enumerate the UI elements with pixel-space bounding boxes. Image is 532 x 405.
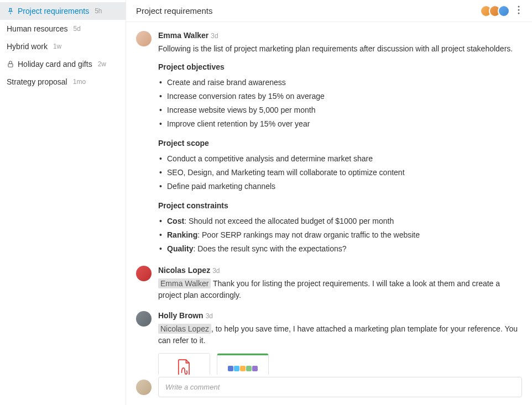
- sidebar-item-time: 5d: [74, 25, 81, 33]
- avatar[interactable]: [136, 380, 152, 395]
- avatar[interactable]: [136, 311, 152, 327]
- comment-input[interactable]: [158, 377, 522, 397]
- mention[interactable]: Nicolas Lopez: [158, 324, 211, 334]
- attachment-thumb: [159, 354, 210, 375]
- svg-point-3: [518, 13, 520, 14]
- sidebar-item-holiday-card[interactable]: Holiday card and gifts 2w: [0, 55, 126, 73]
- sidebar-item-time: 2w: [98, 60, 106, 68]
- avatar: [498, 5, 510, 17]
- main-panel: Project requirements Emma Walker 3d Foll…: [126, 0, 532, 405]
- svg-rect-0: [8, 64, 13, 67]
- list-item: Increase conversion rates by 15% on aver…: [167, 90, 522, 103]
- comment-row: [126, 377, 532, 405]
- sidebar-item-label: Human resources: [7, 24, 68, 33]
- hexagon-graphic-icon: [228, 366, 258, 371]
- sidebar-item-time: 1mo: [73, 78, 86, 86]
- participant-avatars[interactable]: [483, 5, 510, 17]
- sidebar: Project requirements 5h Human resources …: [0, 0, 126, 405]
- constraints-list: Cost: Should not exceed the allocated bu…: [158, 214, 522, 256]
- header: Project requirements: [126, 0, 532, 22]
- sidebar-item-human-resources[interactable]: Human resources 5d: [0, 20, 126, 38]
- post-author[interactable]: Nicolas Lopez: [158, 266, 210, 275]
- post: Holly Brown 3d Nicolas Lopez, to help yo…: [136, 311, 522, 375]
- objectives-list: Create and raise brand awareness Increas…: [158, 76, 522, 131]
- sidebar-item-label: Strategy proposal: [7, 77, 67, 86]
- attachments: Marketing-plan... Proof this file 2h: [158, 353, 522, 375]
- header-right: [483, 3, 522, 18]
- lock-icon: [7, 60, 14, 68]
- post-time: 3d: [206, 312, 213, 320]
- avatar[interactable]: [136, 31, 152, 46]
- svg-point-2: [518, 9, 520, 11]
- post-text: Following is the list of project marketi…: [158, 43, 522, 55]
- pin-icon: [7, 7, 14, 15]
- mention[interactable]: Emma Walker: [158, 278, 211, 288]
- list-item: Define paid marketing channels: [167, 180, 522, 193]
- post-text: Nicolas Lopez, to help you save time, I …: [158, 323, 522, 346]
- sidebar-item-hybrid-work[interactable]: Hybrid work 1w: [0, 38, 126, 55]
- post-author[interactable]: Holly Brown: [158, 311, 204, 320]
- attachment-card[interactable]: Marketing-stra... Proof this file 2h: [217, 353, 269, 375]
- post-author[interactable]: Emma Walker: [158, 31, 208, 40]
- section-title: Project objectives: [158, 62, 522, 71]
- sidebar-item-time: 5h: [95, 7, 102, 15]
- post-text: Emma Walker Thank you for listing the pr…: [158, 278, 522, 301]
- list-item: Quality: Does the result sync with the e…: [167, 242, 522, 256]
- more-options-icon[interactable]: [515, 3, 522, 18]
- svg-point-1: [518, 6, 520, 8]
- list-item: SEO, Design, and Marketing team will col…: [167, 166, 522, 180]
- section-title: Project constraints: [158, 201, 522, 210]
- attachment-card[interactable]: Marketing-plan... Proof this file 2h: [158, 353, 210, 375]
- sidebar-item-project-requirements[interactable]: Project requirements 5h: [0, 2, 126, 20]
- avatar[interactable]: [136, 266, 152, 281]
- sidebar-item-strategy-proposal[interactable]: Strategy proposal 1mo: [0, 73, 126, 91]
- post: Nicolas Lopez 3d Emma Walker Thank you f…: [136, 266, 522, 301]
- post-time: 3d: [211, 32, 218, 40]
- sidebar-item-label: Holiday card and gifts: [18, 60, 92, 69]
- list-item: Cost: Should not exceed the allocated bu…: [167, 214, 522, 228]
- list-item: Create and raise brand awareness: [167, 76, 522, 90]
- pdf-icon: [176, 359, 192, 375]
- sidebar-item-time: 1w: [53, 43, 61, 50]
- post: Emma Walker 3d Following is the list of …: [136, 31, 522, 256]
- post-time: 3d: [212, 267, 220, 275]
- section-title: Project scope: [158, 139, 522, 148]
- list-item: Improve client retention by 15% over yea…: [167, 117, 522, 131]
- sidebar-item-label: Project requirements: [18, 7, 89, 15]
- page-title: Project requirements: [136, 6, 212, 15]
- scope-list: Conduct a competitive analysis and deter…: [158, 152, 522, 193]
- list-item: Ranking: Poor SERP rankings may not draw…: [167, 228, 522, 242]
- sidebar-item-label: Hybrid work: [7, 42, 48, 51]
- content-scroll: Emma Walker 3d Following is the list of …: [126, 22, 532, 375]
- list-item: Conduct a competitive analysis and deter…: [167, 152, 522, 166]
- attachment-thumb: [217, 354, 268, 375]
- list-item: Increase website views by 5,000 per mont…: [167, 103, 522, 117]
